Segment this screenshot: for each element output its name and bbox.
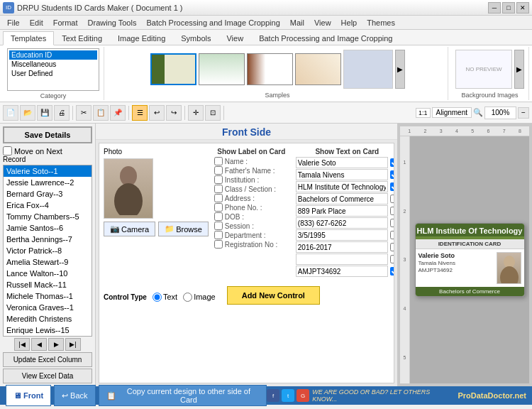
record-item-7[interactable]: Victor Patrick--8 [4,245,92,256]
tb-save[interactable]: 💾 [37,105,52,121]
check-name-text[interactable] [390,158,394,167]
input-name[interactable] [296,157,388,168]
back-button[interactable]: ↩ Back [54,385,95,406]
social-icon-2[interactable]: t [282,389,294,402]
record-item-0[interactable]: Valerie Soto--1 [4,165,92,177]
tb-move[interactable]: ✛ [188,105,204,121]
record-item-8[interactable]: Amelia Stewart--9 [4,256,92,268]
tb-open[interactable]: 📂 [20,105,35,121]
radio-text[interactable] [153,293,162,302]
record-item-3[interactable]: Erica Fox--4 [4,200,92,211]
check-father-text[interactable] [390,170,394,179]
check-department-text[interactable] [390,255,394,263]
check-father-label[interactable] [214,166,223,175]
sample-thumb-5[interactable] [343,50,393,89]
update-excel-button[interactable]: Update Excel Column [3,352,92,367]
input-dob[interactable] [296,229,388,241]
record-item-12[interactable]: Veronica Graves--1 [4,302,92,313]
tb-cut[interactable]: ✂ [76,105,92,121]
record-item-10[interactable]: Russell Mack--11 [4,279,92,290]
check-dob-text[interactable] [390,231,394,239]
tb-undo[interactable]: ↩ [149,105,165,121]
input-father[interactable] [296,169,388,180]
bg-scroll-right[interactable]: ▶ [514,50,524,89]
record-item-14[interactable]: Enrique Lewis--15 [4,325,92,336]
check-institution-text[interactable] [390,182,394,191]
tb-new[interactable]: 📄 [3,105,18,121]
close-button[interactable]: ✕ [516,2,529,13]
record-item-9[interactable]: Lance Walton--10 [4,268,92,279]
social-icon-1[interactable]: f [267,389,279,402]
menu-file[interactable]: File [3,17,24,28]
check-session-label[interactable] [214,222,223,230]
sample-thumb-2[interactable] [199,53,245,85]
check-session-text[interactable] [390,243,394,251]
check-registration-label[interactable] [214,240,223,249]
record-item-6[interactable]: Bertha Jennings--7 [4,234,92,245]
check-institution-label[interactable] [214,175,223,184]
record-item-11[interactable]: Michele Thomas--1 [4,290,92,302]
radio-image[interactable] [183,293,192,302]
category-list[interactable]: Education ID Miscellaneous User Defined [7,48,99,91]
maximize-button[interactable]: □ [502,2,515,13]
input-session[interactable] [296,241,388,253]
category-user-defined[interactable]: User Defined [9,69,97,78]
copy-design-button[interactable]: 📋 Copy current design to other side of C… [99,385,267,406]
tab-text-editing[interactable]: Text Editing [54,31,110,45]
tab-batch-processing[interactable]: Batch Processing and Image Cropping [251,31,400,45]
menu-themes[interactable]: Themes [362,17,399,28]
tb-paste[interactable]: 📌 [110,105,126,121]
input-registration[interactable] [296,266,388,277]
tab-templates[interactable]: Templates [3,31,54,45]
category-miscellaneous[interactable]: Miscellaneous [9,60,97,69]
input-class[interactable] [296,193,388,204]
check-dob-label[interactable] [214,212,223,221]
nav-last[interactable]: ▶| [65,338,81,351]
record-item-5[interactable]: Jamie Santos--6 [4,222,92,234]
tab-view[interactable]: View [218,31,251,45]
check-class-text[interactable] [390,195,394,203]
nav-next[interactable]: ▶ [48,338,64,351]
input-institution[interactable] [296,181,388,192]
check-class-label[interactable] [214,185,223,193]
zoom-input[interactable] [484,107,516,119]
sample-thumb-1[interactable] [150,53,196,85]
record-item-15[interactable]: Alison Garcia--16 [4,336,92,337]
input-phone[interactable] [296,217,388,229]
tb-zoom-fit[interactable]: ⊡ [205,105,221,121]
menu-format[interactable]: Format [49,17,82,28]
tb-copy[interactable]: 📋 [93,105,109,121]
menu-view[interactable]: View [310,17,336,28]
social-icon-3[interactable]: G [297,389,309,402]
front-button[interactable]: 🖥 Front [6,385,51,406]
menu-batch-processing[interactable]: Batch Processing and Image Cropping [142,17,284,28]
save-details-button[interactable]: Save Details [3,126,92,143]
tab-symbols[interactable]: Symbols [173,31,218,45]
tab-image-editing[interactable]: Image Editing [110,31,173,45]
sample-thumb-4[interactable] [295,53,341,85]
menu-help[interactable]: Help [337,17,362,28]
browse-button[interactable]: 📁 Browse [158,222,209,236]
move-on-next-checkbox[interactable] [3,146,12,156]
record-item-13[interactable]: Meredith Christens [4,313,92,325]
check-address-label[interactable] [214,194,223,202]
input-department[interactable] [296,253,388,265]
record-item-1[interactable]: Jessie Lawrence--2 [4,177,92,188]
record-list[interactable]: Valerie Soto--1 Jessie Lawrence--2 Berna… [3,165,92,337]
check-name-label[interactable] [214,157,223,165]
record-item-4[interactable]: Tommy Chambers--5 [4,211,92,222]
tb-print[interactable]: 🖨 [54,105,70,121]
minimize-button[interactable]: ─ [488,2,501,13]
menu-drawing-tools[interactable]: Drawing Tools [84,17,141,28]
check-registration-text[interactable] [390,267,394,276]
camera-button[interactable]: 📷 Camera [104,222,155,236]
record-item-2[interactable]: Bernard Gray--3 [4,188,92,200]
check-phone-label[interactable] [214,203,223,212]
nav-prev[interactable]: ◀ [31,338,47,351]
sample-thumb-3[interactable] [247,53,293,85]
samples-scroll-right[interactable]: ▶ [395,50,405,89]
add-new-control-button[interactable]: Add New Control [227,286,320,305]
check-address-text[interactable] [390,207,394,215]
tb-redo[interactable]: ↪ [166,105,182,121]
view-excel-button[interactable]: View Excel Data [3,369,92,383]
